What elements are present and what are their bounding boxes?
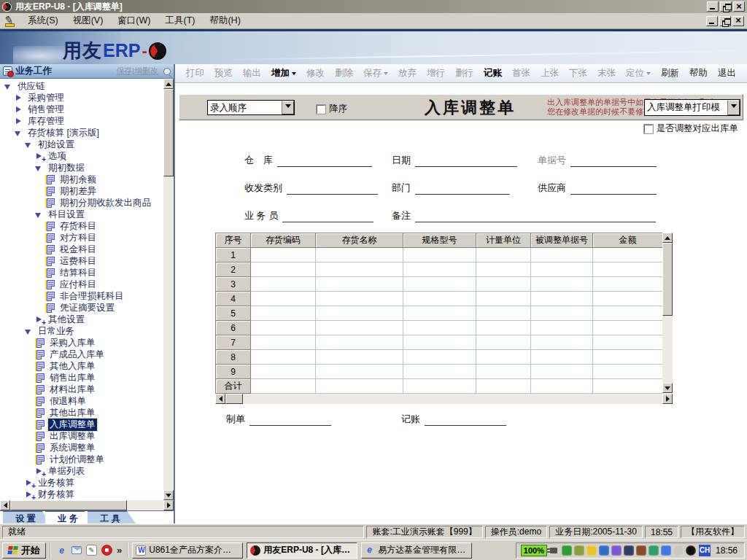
grid-cell[interactable] bbox=[531, 292, 593, 306]
tree-item[interactable]: 初始设置 bbox=[0, 139, 163, 150]
minimize-button[interactable] bbox=[707, 1, 719, 12]
booked-input[interactable] bbox=[425, 415, 506, 426]
maker-input[interactable] bbox=[249, 415, 331, 426]
grid-cell[interactable] bbox=[476, 262, 531, 277]
tree-item[interactable]: 采购管理 bbox=[0, 92, 163, 104]
toolbar-button[interactable]: 预览 bbox=[209, 67, 238, 79]
grid-cell[interactable] bbox=[476, 248, 531, 262]
sphere-icon[interactable] bbox=[599, 545, 609, 556]
tree-toggle-icon[interactable] bbox=[4, 82, 12, 90]
toolbar-button[interactable]: 增行 bbox=[422, 67, 450, 79]
sidebar-tab[interactable]: 业 务 bbox=[45, 511, 93, 524]
grid-cell[interactable] bbox=[316, 277, 403, 292]
tree-item[interactable]: 日常业务 bbox=[0, 325, 163, 337]
toolbar-button[interactable]: 增加 bbox=[266, 67, 301, 79]
toolbar-button[interactable]: 刷新 bbox=[656, 67, 684, 79]
grid-cell[interactable] bbox=[251, 262, 316, 277]
toolbar-button[interactable]: 下张 bbox=[564, 67, 592, 79]
tree-item[interactable]: 科目设置 bbox=[0, 209, 163, 220]
scrollbar-track[interactable] bbox=[662, 316, 673, 383]
tree-item[interactable]: 存货科目 bbox=[0, 220, 163, 232]
dropdown-button[interactable] bbox=[282, 101, 294, 114]
tree-item[interactable]: 期初差异 bbox=[0, 185, 163, 197]
tree-item[interactable]: 期初数据 bbox=[0, 162, 163, 174]
grid-horizontal-scrollbar[interactable] bbox=[215, 394, 673, 404]
toolbar-button[interactable]: 末张 bbox=[592, 67, 621, 79]
tree-toggle-icon[interactable] bbox=[15, 94, 23, 102]
grid-header-cell[interactable]: 序号 bbox=[216, 233, 251, 248]
tree-item[interactable]: 其他入库单 bbox=[0, 360, 163, 372]
grid-cell[interactable] bbox=[476, 277, 531, 292]
grid-cell[interactable] bbox=[403, 335, 476, 350]
grid-cell[interactable] bbox=[593, 335, 663, 350]
grid-cell[interactable] bbox=[593, 306, 663, 321]
warehouse-input[interactable] bbox=[277, 156, 372, 167]
toolbar-button[interactable]: 修改 bbox=[301, 67, 330, 79]
grid-cell[interactable] bbox=[531, 350, 593, 365]
toolbar-button[interactable]: 记账 bbox=[479, 67, 507, 79]
inout-type-input[interactable] bbox=[287, 184, 378, 195]
toolbar-button[interactable]: 上张 bbox=[535, 67, 564, 79]
grid-cell[interactable] bbox=[251, 350, 316, 365]
scroll-right-button[interactable] bbox=[662, 394, 673, 404]
taskbar-task[interactable]: 用友ERP-U8 - [入库调... bbox=[247, 542, 357, 559]
grid-header-cell[interactable]: 被调整单据号 bbox=[531, 233, 593, 248]
tree-horizontal-scrollbar[interactable] bbox=[0, 500, 174, 510]
grid-cell[interactable] bbox=[251, 277, 316, 292]
salesperson-input[interactable] bbox=[282, 211, 374, 222]
tree-item[interactable]: 库存管理 bbox=[0, 115, 163, 127]
grid-cell[interactable] bbox=[316, 335, 403, 350]
taskbar-task[interactable]: U861全产品方案介绍1... bbox=[132, 542, 243, 559]
sort-order-select[interactable]: 录入顺序 bbox=[207, 100, 295, 115]
camera-icon[interactable] bbox=[636, 545, 646, 556]
scroll-left-button[interactable] bbox=[215, 394, 225, 404]
menu-item[interactable]: 工具(T) bbox=[158, 13, 202, 28]
remark-input[interactable] bbox=[415, 211, 656, 222]
grid-cell[interactable] bbox=[403, 277, 476, 292]
tree-toggle-icon[interactable] bbox=[35, 164, 43, 172]
grid-vertical-scrollbar[interactable] bbox=[662, 233, 673, 393]
tree-item[interactable]: 选项 bbox=[0, 150, 163, 162]
tree-toggle-icon[interactable] bbox=[35, 211, 43, 219]
tree-item[interactable]: 其他出库单 bbox=[0, 407, 163, 419]
grid-cell[interactable] bbox=[251, 321, 316, 335]
grid-header-cell[interactable]: 规格型号 bbox=[403, 233, 476, 248]
tree-item[interactable]: 应付科目 bbox=[0, 279, 163, 290]
sidebar-tab[interactable]: 工 具 bbox=[88, 511, 136, 524]
grid-cell[interactable] bbox=[316, 292, 403, 306]
grid-cell[interactable] bbox=[403, 306, 476, 321]
grid-cell[interactable] bbox=[593, 321, 663, 335]
tree-item[interactable]: 运费科目 bbox=[0, 255, 163, 267]
grid-header-cell[interactable]: 计量单位 bbox=[476, 233, 531, 248]
ie-icon[interactable] bbox=[56, 545, 67, 556]
tree-item[interactable]: 对方科目 bbox=[0, 232, 163, 244]
scrollbar-thumb[interactable] bbox=[225, 394, 243, 404]
grid-cell[interactable] bbox=[531, 262, 593, 277]
toolbar-button[interactable]: 放弃 bbox=[393, 67, 422, 79]
tree-toggle-icon[interactable] bbox=[35, 152, 43, 160]
tree-item[interactable]: 凭证摘要设置 bbox=[0, 302, 163, 314]
grid-cell[interactable] bbox=[531, 248, 593, 262]
grid-cell[interactable] bbox=[251, 365, 316, 379]
scrollbar-track[interactable] bbox=[127, 500, 163, 510]
grid-cell[interactable] bbox=[476, 321, 531, 335]
grid-cell[interactable] bbox=[251, 335, 316, 350]
grid-cell[interactable] bbox=[316, 350, 403, 365]
supplier-input[interactable] bbox=[570, 184, 657, 195]
toolbar-button[interactable]: 帮助 bbox=[684, 67, 713, 79]
tree-item[interactable]: 产成品入库单 bbox=[0, 349, 163, 360]
grid-cell[interactable] bbox=[403, 350, 476, 365]
menu-item[interactable]: 窗口(W) bbox=[110, 13, 158, 28]
grid-header-cell[interactable]: 金额 bbox=[593, 233, 663, 248]
green-app-icon[interactable] bbox=[649, 545, 659, 556]
grid-cell[interactable] bbox=[251, 248, 316, 262]
mail-icon[interactable] bbox=[71, 546, 82, 554]
tree-vertical-scrollbar[interactable] bbox=[163, 79, 174, 500]
grid-cell[interactable] bbox=[593, 292, 663, 306]
toolbar-button[interactable]: 删除 bbox=[330, 67, 358, 79]
tree-item[interactable]: 非合理损耗科目 bbox=[0, 290, 163, 302]
tree-item[interactable]: 销售出库单 bbox=[0, 372, 163, 384]
scrollbar-thumb[interactable] bbox=[662, 243, 673, 316]
grid-cell[interactable] bbox=[476, 292, 531, 306]
menu-item[interactable]: 系统(S) bbox=[20, 13, 66, 28]
